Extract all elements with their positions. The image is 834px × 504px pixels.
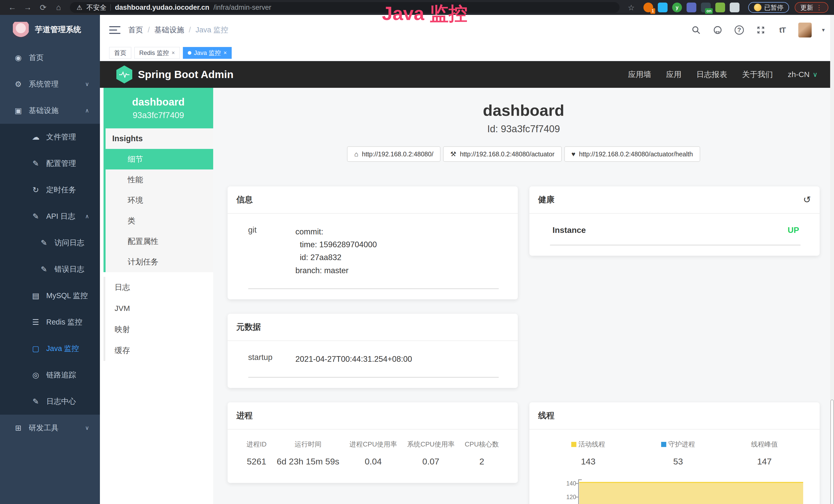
page-scrollbar[interactable] — [830, 15, 834, 504]
sba-nav-item[interactable]: 日志报表 — [696, 69, 727, 80]
security-label[interactable]: 不安全 — [86, 3, 106, 12]
thread-stat: 活动线程143 — [571, 440, 605, 466]
fullscreen-icon[interactable] — [755, 24, 766, 36]
breadcrumb-item[interactable]: 首页 — [128, 25, 143, 35]
chrome-menu-icon[interactable]: ⋮ — [816, 4, 823, 12]
home-icon[interactable]: ⌂ — [52, 3, 65, 12]
reload-icon[interactable]: ⟳ — [37, 3, 50, 12]
app-logo-image — [13, 22, 29, 38]
sidebar-item-redis[interactable]: ☰Redis 监控 — [0, 309, 100, 335]
gear-icon: ⚙ — [13, 79, 24, 89]
process-stats: 进程ID5261运行时间6d 23h 15m 59s进程CPU使用率0.04系统… — [236, 438, 509, 473]
close-icon[interactable]: × — [223, 49, 227, 56]
extension-orange-icon[interactable]: 1 — [643, 3, 653, 12]
bookmark-star-icon[interactable]: ☆ — [624, 3, 638, 12]
extension-puzzle-icon[interactable] — [730, 3, 740, 12]
sba-side-item-映射[interactable]: 映射 — [105, 319, 213, 340]
sba-side-item-环境[interactable]: 环境 — [106, 190, 213, 210]
address-bar[interactable]: ⚠ 不安全 dashboard.yudao.iocoder.cn/infra/a… — [70, 2, 619, 13]
breadcrumb-item: Java 监控 — [195, 25, 228, 35]
back-icon[interactable]: ← — [6, 3, 19, 12]
sba-nav-item[interactable]: 应用 — [666, 69, 681, 80]
threads-card: 线程 活动线程143守护进程53线程峰值147 140120100 — [529, 402, 820, 504]
close-icon[interactable]: × — [172, 49, 175, 56]
tab-Redis 监控[interactable]: Redis 监控× — [134, 47, 180, 59]
sba-side-item-类[interactable]: 类 — [106, 210, 213, 231]
sidebar-item-job[interactable]: ↻定时任务 — [0, 177, 100, 203]
divider — [248, 288, 499, 289]
extension-list-icon[interactable]: on — [701, 3, 711, 12]
instance-link-button[interactable]: ⚒http://192.168.0.2:48080/actuator — [443, 146, 562, 162]
tab-label: Redis 监控 — [139, 49, 169, 57]
extension-pin-icon[interactable] — [658, 3, 667, 12]
info-card: 信息 git commit: time: 1596289704000 id: 2… — [227, 186, 518, 299]
sba-side-item-JVM[interactable]: JVM — [105, 298, 213, 319]
sidebar-item-home[interactable]: ◉首页 — [0, 44, 100, 71]
font-size-icon[interactable]: tT — [777, 24, 788, 36]
user-menu-caret-icon[interactable]: ▾ — [822, 27, 825, 33]
sba-app-block[interactable]: dashboard 93a3fc7f7409 — [104, 88, 213, 129]
sba-side-item-细节[interactable]: 细节 — [104, 149, 213, 169]
metadata-label: startup — [236, 353, 295, 366]
browser-window: ← → ⟳ ⌂ ⚠ 不安全 dashboard.yudao.iocoder.cn… — [0, 0, 834, 504]
sidebar-item-tools[interactable]: ⊞研发工具∨ — [0, 415, 100, 441]
search-icon[interactable] — [690, 24, 702, 36]
sba-side-item-计划任务[interactable]: 计划任务 — [106, 252, 213, 272]
sidebar-item-label: 基础设施 — [29, 106, 59, 116]
tab-首页[interactable]: 首页 — [109, 47, 131, 59]
sidebar-item-mysql[interactable]: ▤MySQL 监控 — [0, 282, 100, 309]
sidebar-item-log-center[interactable]: ✎日志中心 — [0, 388, 100, 415]
instance-links: ⌂http://192.168.0.2:48080/⚒http://192.16… — [227, 146, 820, 162]
github-icon[interactable] — [712, 24, 723, 36]
sba-side-item-缓存[interactable]: 缓存 — [105, 340, 213, 361]
paused-profile-button[interactable]: 已暂停 — [748, 2, 789, 13]
app-logo-row[interactable]: 芋道管理系统 — [0, 15, 100, 44]
extension-leaf-icon[interactable] — [715, 3, 725, 12]
scrollbar-thumb[interactable] — [830, 399, 834, 504]
health-instance-label: Instance — [552, 225, 586, 235]
sidebar-item-config[interactable]: ✎配置管理 — [0, 150, 100, 177]
thread-stat-label: 活动线程 — [571, 440, 605, 449]
sidebar-item-gear[interactable]: ⚙系统管理∨ — [0, 71, 100, 97]
locale-selector[interactable]: zh-CN∨ — [788, 70, 817, 79]
page-subtitle: Id: 93a3fc7f7409 — [227, 123, 820, 135]
extension-y-icon[interactable]: y — [672, 3, 682, 12]
user-avatar[interactable] — [798, 23, 812, 38]
sidebar-item-trace[interactable]: ◎链路追踪 — [0, 362, 100, 388]
url-path: /infra/admin-server — [214, 4, 271, 12]
forward-icon[interactable]: → — [21, 3, 35, 12]
home-icon: ⌂ — [354, 150, 358, 158]
health-card-body: Instance UP — [529, 214, 820, 256]
tab-Java 监控[interactable]: Java 监控× — [183, 47, 232, 59]
page-title: dashboard — [227, 101, 820, 119]
sidebar-item-label: Redis 监控 — [46, 317, 82, 327]
health-row[interactable]: Instance UP — [538, 225, 811, 235]
sidebar-item-file[interactable]: ☁文件管理 — [0, 124, 100, 150]
sba-side-item-性能[interactable]: 性能 — [106, 169, 213, 190]
sba-side-item-配置属性[interactable]: 配置属性 — [106, 231, 213, 252]
threads-card-body: 活动线程143守护进程53线程峰值147 140120100 — [529, 430, 820, 504]
sidebar-item-label: 日志中心 — [46, 396, 76, 407]
instance-link-button[interactable]: ♥http://192.168.0.2:48080/actuator/healt… — [564, 146, 700, 162]
sba-nav-item[interactable]: 应用墙 — [628, 69, 651, 80]
tab-label: Java 监控 — [194, 49, 221, 57]
sidebar-item-access-log[interactable]: ✎访问日志 — [0, 230, 100, 256]
help-icon[interactable]: ? — [733, 24, 745, 36]
breadcrumb-item[interactable]: 基础设施 — [154, 25, 184, 35]
sidebar-item-infra[interactable]: ▣基础设施∧ — [0, 97, 100, 124]
update-browser-button[interactable]: 更新 ⋮ — [795, 2, 828, 13]
sba-side-item-日志[interactable]: 日志 — [105, 277, 213, 298]
sidebar-item-error-log[interactable]: ✎错误日志 — [0, 256, 100, 282]
metadata-card-title: 元数据 — [236, 321, 261, 333]
sidebar-item-api-log[interactable]: ✎API 日志∧ — [0, 203, 100, 230]
sba-nav-item[interactable]: 关于我们 — [742, 69, 773, 80]
active-dot-icon — [188, 51, 191, 55]
y-tick-mark — [575, 483, 578, 484]
process-stat-value: 0.04 — [350, 457, 397, 466]
collapse-sidebar-icon[interactable] — [109, 25, 120, 35]
extension-grid-icon[interactable] — [686, 3, 696, 12]
instance-link-button[interactable]: ⌂http://192.168.0.2:48080/ — [347, 146, 440, 162]
threads-chart: 140120100 — [561, 478, 804, 504]
sidebar-item-java[interactable]: ▢Java 监控 — [0, 335, 100, 362]
history-icon[interactable]: ↺ — [803, 194, 811, 205]
